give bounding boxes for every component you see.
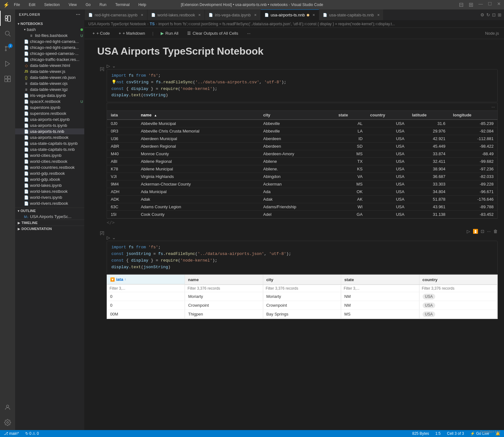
- cell-2-expand-icon[interactable]: ⊡: [481, 229, 484, 234]
- cell-2-play-icon[interactable]: ▷: [107, 235, 110, 240]
- menu-help[interactable]: Help: [137, 2, 148, 8]
- close-icon[interactable]: ✕: [497, 1, 501, 8]
- sidebar-item-world-countries[interactable]: 📄world-countries.restbook: [15, 164, 84, 170]
- sidebar-item-world-cities-rest[interactable]: 📄world-cities.restbook: [15, 158, 84, 164]
- tab-red-light-cameras[interactable]: 📄 red-light-cameras.ipynb ✕: [85, 9, 147, 21]
- sidebar-item-world-rivers-rest[interactable]: 📄world-rivers.restbook: [15, 200, 84, 206]
- cell-2-more-options-icon[interactable]: ···: [487, 229, 491, 234]
- sidebar-item-chicago-rl2[interactable]: 📄chicago-red-light-camera...: [15, 44, 84, 50]
- nodejs-runtime[interactable]: Node.js: [485, 31, 499, 36]
- dt-col-city-header[interactable]: city: [263, 275, 341, 285]
- sidebar-item-chicago-rl1[interactable]: 📄chicago-red-light-camera...: [15, 38, 84, 44]
- sidebar-item-data-table-html[interactable]: ◇data-table-viewer.html: [15, 62, 84, 68]
- clear-outputs-button[interactable]: ☰ Clear Outputs of All Cells: [184, 30, 241, 37]
- tab-close-icon[interactable]: ✕: [312, 13, 315, 17]
- menu-view[interactable]: View: [67, 2, 79, 8]
- col-longitude-header[interactable]: longitude: [449, 111, 497, 120]
- settings-icon[interactable]: ⚙: [480, 12, 484, 17]
- add-code-button[interactable]: + + Code: [90, 30, 113, 37]
- sidebar-item-spacex[interactable]: 📄spaceX.restbookU: [15, 98, 84, 104]
- notebooks-section-header[interactable]: ▾ NOTEBOOKS: [15, 21, 84, 27]
- breadcrumb-notebook[interactable]: USA Airports TypeScript Notebook: [88, 22, 146, 26]
- run-debug-activity-icon[interactable]: [0, 56, 15, 71]
- source-control-activity-icon[interactable]: 2: [0, 41, 15, 56]
- minimize-icon[interactable]: —: [478, 1, 483, 8]
- sidebar-item-world-gdp-xbook[interactable]: 📄world-gdp.xbook: [15, 176, 84, 182]
- sidebar-item-chicago-traffic[interactable]: 📄chicago-traffic-tracker.res...: [15, 56, 84, 62]
- sidebar-item-data-table-json[interactable]: {}data-table-viewer.nb.json: [15, 74, 84, 80]
- layout-icon[interactable]: ⊡: [492, 12, 496, 17]
- sidebar-item-chicago-speed[interactable]: 📄chicago-speed-cameras-...: [15, 50, 84, 56]
- output-more-icon[interactable]: ···: [491, 104, 495, 109]
- dt-col-country-header[interactable]: country: [419, 275, 497, 285]
- sidebar-item-world-lakes-rest[interactable]: 📄world-lakes.restbook: [15, 188, 84, 194]
- col-state-header[interactable]: state: [335, 111, 366, 120]
- breadcrumb-code[interactable]: import fs from 'fs';⊂const jsonString = …: [158, 22, 500, 26]
- refresh-icon[interactable]: ↻: [486, 12, 490, 17]
- split-editor-icon[interactable]: ⊞: [498, 12, 501, 17]
- cell-count-status[interactable]: Cell 3 of 3: [446, 431, 465, 436]
- sidebar-item-data-table-js[interactable]: JSdata-table-viewer.js: [15, 68, 84, 74]
- sidebar-item-world-gdp-rest[interactable]: 📄world-gdp.restbook: [15, 170, 84, 176]
- menu-file[interactable]: File: [12, 2, 22, 8]
- filter-state-input[interactable]: [342, 286, 418, 291]
- dt-col-name-header[interactable]: name: [185, 275, 263, 285]
- sidebar-item-data-table-ojs[interactable]: ≡data-table-viewer.ojs: [15, 80, 84, 86]
- add-markdown-button[interactable]: + + Markdown: [116, 30, 148, 37]
- menu-terminal[interactable]: Terminal: [113, 2, 131, 8]
- filter-iata-input[interactable]: [108, 286, 183, 291]
- outline-section-header[interactable]: ▾ OUTLINE: [15, 208, 84, 214]
- more-toolbar-button[interactable]: ···: [244, 30, 253, 37]
- sidebar-item-world-rivers-ipynb[interactable]: 📄world-rivers.ipynb: [15, 194, 84, 200]
- sidebar-item-superstore-ipynb[interactable]: 📄superstore.ipynb: [15, 104, 84, 110]
- sidebar-more-icon[interactable]: ···: [76, 12, 80, 17]
- cell-2-run-single-icon[interactable]: ▷: [467, 229, 470, 234]
- outline-item-notebook[interactable]: M↓ USA Airports TypeSc...: [15, 214, 84, 220]
- col-iata-header[interactable]: iata: [107, 111, 137, 120]
- explorer-activity-icon[interactable]: [0, 11, 15, 26]
- menu-run[interactable]: Run: [98, 2, 108, 8]
- cell-1-run-icon[interactable]: ▷: [107, 63, 110, 68]
- tab-close-icon[interactable]: ✕: [198, 13, 201, 17]
- accounts-activity-icon[interactable]: [0, 400, 15, 415]
- sidebar-item-superstore-rest[interactable]: 📄superstore.restbook: [15, 110, 84, 116]
- cell-2-run-above-icon[interactable]: ⏫: [473, 229, 478, 234]
- tab-world-lakes[interactable]: 📄 world-lakes.restbook ✕: [147, 9, 205, 21]
- col-city-header[interactable]: city: [259, 111, 335, 120]
- col-country-header[interactable]: country: [366, 111, 408, 120]
- sidebar-item-bash[interactable]: ▾ bash: [15, 27, 84, 32]
- tab-close-icon[interactable]: ✕: [141, 13, 143, 17]
- extensions-activity-icon[interactable]: [0, 71, 15, 86]
- cell-2-chevron-icon[interactable]: ⌄: [112, 235, 116, 240]
- layout-icon[interactable]: ⊞: [469, 1, 473, 8]
- sidebar-item-usa-airports-rest[interactable]: 📄usa-airports.restbook: [15, 134, 84, 140]
- menu-edit[interactable]: Edit: [27, 2, 37, 8]
- sidebar-item-world-cities-ipynb[interactable]: 📄world-cities.ipynb: [15, 152, 84, 158]
- cursor-position-status[interactable]: 1:5: [434, 431, 442, 436]
- sidebar-item-iris[interactable]: 📄iris-vega-data.ipynb: [15, 92, 84, 98]
- maximize-icon[interactable]: ☐: [488, 1, 492, 8]
- sidebar-item-world-lakes-ipynb[interactable]: 📄world-lakes.ipynb: [15, 182, 84, 188]
- git-branch-status[interactable]: ⎇ main*: [3, 431, 20, 436]
- search-activity-icon[interactable]: [0, 26, 15, 41]
- filter-name-input[interactable]: [186, 286, 261, 291]
- col-name-header[interactable]: name ▲: [137, 111, 259, 120]
- menu-go[interactable]: Go: [84, 2, 92, 8]
- cell-1-more-icon[interactable]: ⌄: [112, 63, 116, 68]
- sidebar-item-usa-state-ts[interactable]: 📄usa-state-capitals-ts.ipynb: [15, 140, 84, 146]
- dt-col-iata-header[interactable]: 🔽 iata ↑: [107, 275, 185, 285]
- file-size-status[interactable]: 825 Bytes: [411, 431, 430, 436]
- tab-close-icon[interactable]: ✕: [254, 13, 257, 17]
- tab-usa-airports-ts[interactable]: 📄 usa-airports-ts.nnb ✕: [261, 9, 319, 21]
- tab-close-icon[interactable]: ✕: [377, 13, 380, 17]
- settings-activity-icon[interactable]: [0, 415, 15, 430]
- sidebar-item-list-files[interactable]: ≡ list-files.bashbook U: [15, 32, 84, 38]
- filter-country-input[interactable]: [421, 286, 496, 291]
- sync-status[interactable]: ↻ 0 ⚠ 0: [24, 431, 40, 436]
- filter-city-input[interactable]: [264, 286, 340, 291]
- sidebar-item-usa-airports-net[interactable]: 📄usa-airports-net.ipynb: [15, 116, 84, 122]
- sidebar-item-data-table-tgz[interactable]: ≡data-table-viewer.tgz: [15, 86, 84, 92]
- tab-iris-vega[interactable]: 📄 iris-vega-data.ipynb ✕: [205, 9, 260, 21]
- sidebar-item-usa-state-nnb[interactable]: 📄usa-state-capitals-ts.nnb: [15, 146, 84, 152]
- dt-col-state-header[interactable]: state: [341, 275, 419, 285]
